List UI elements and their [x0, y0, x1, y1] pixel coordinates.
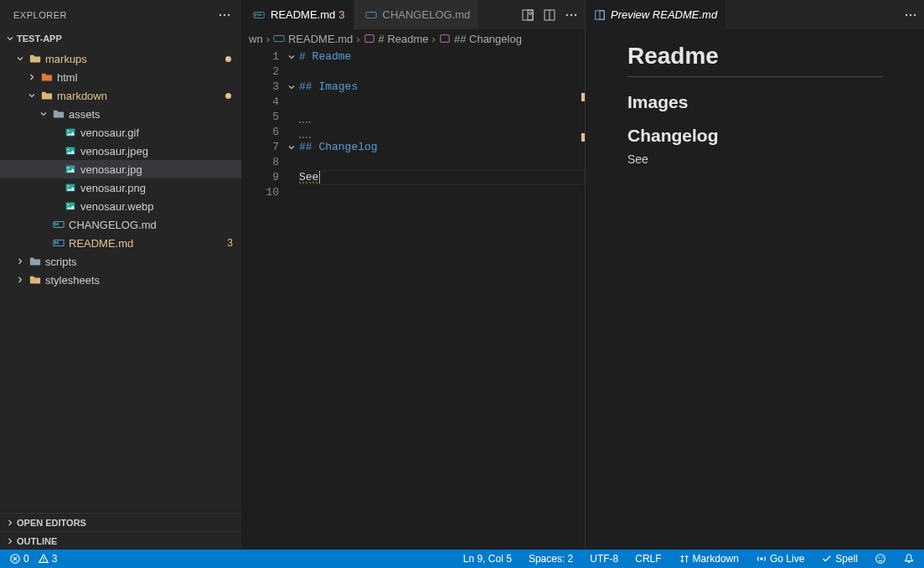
chevron-down-icon — [37, 107, 50, 121]
panel-open-editors[interactable]: OPEN EDITORS — [0, 513, 241, 531]
tree-label: venosaur.gif — [80, 127, 139, 139]
folder-md-icon — [40, 89, 54, 102]
tree-label: assets — [69, 108, 101, 121]
tree-file[interactable]: venosaur.jpg — [0, 160, 241, 178]
chevron-down-icon — [25, 89, 39, 102]
svg-point-39 — [881, 557, 882, 558]
status-cursor-position[interactable]: Ln 9, Col 5 — [461, 553, 514, 565]
panel-label: OPEN EDITORS — [17, 518, 86, 528]
folder-styles-icon — [28, 273, 42, 287]
status-feedback-icon[interactable] — [872, 553, 889, 565]
svg-point-36 — [760, 557, 763, 560]
status-bell-icon[interactable] — [901, 553, 917, 565]
preview-tabs: Preview README.md — [586, 0, 924, 29]
tree-folder[interactable]: html — [0, 68, 241, 86]
panel-outline[interactable]: OUTLINE — [0, 531, 241, 550]
tree-label: venosaur.jpg — [80, 163, 142, 176]
more-icon[interactable] — [214, 5, 235, 25]
tree-label: scripts — [45, 256, 77, 268]
status-warnings[interactable]: 3 — [35, 553, 60, 565]
explorer-sidebar: EXPLORER TEST-APP markupshtmlmarkdownass… — [0, 0, 242, 550]
tree-file[interactable]: venosaur.gif — [0, 123, 241, 142]
md-file-icon — [364, 8, 378, 22]
svg-point-31 — [910, 13, 911, 15]
preview-content: Readme Images Changelog See — [586, 29, 924, 550]
breadcrumb-item[interactable]: wn — [249, 33, 263, 45]
status-errors[interactable]: 0 — [7, 553, 32, 565]
tree-file[interactable]: venosaur.png — [0, 178, 241, 197]
tree-folder[interactable]: stylesheets — [0, 271, 241, 289]
svg-point-8 — [68, 167, 70, 168]
tree-file[interactable]: venosaur.jpeg — [0, 142, 241, 160]
tree-folder[interactable]: assets — [0, 105, 241, 123]
svg-point-23 — [570, 13, 572, 15]
svg-point-22 — [566, 13, 568, 15]
tree-badge: 3 — [227, 237, 233, 249]
tree-file[interactable]: CHANGELOG.md — [0, 215, 241, 234]
md-icon — [52, 218, 65, 231]
editor-actions — [514, 7, 585, 23]
tree-file[interactable]: README.md3 — [0, 234, 241, 252]
status-indentation[interactable]: Spaces: 2 — [526, 553, 576, 565]
sidebar-title: EXPLORER — [13, 10, 67, 20]
code-editor[interactable]: 12345678910 # Readme## Images ## Changel… — [242, 48, 585, 550]
tree-folder[interactable]: scripts — [0, 252, 241, 271]
overview-ruler[interactable] — [573, 48, 585, 550]
preview-h2: Images — [627, 92, 882, 112]
tree-label: stylesheets — [45, 274, 100, 287]
tree-label: venosaur.png — [80, 182, 146, 194]
tab-readme[interactable]: README.md 3 — [242, 0, 354, 29]
line-number-gutter: 12345678910 — [242, 48, 284, 550]
breadcrumb-item[interactable]: ## Changelog — [439, 33, 522, 45]
modified-dot-icon — [225, 93, 231, 99]
open-preview-side-icon[interactable] — [519, 7, 536, 23]
md-file-icon — [252, 8, 266, 22]
more-icon[interactable] — [563, 7, 580, 23]
fold-gutter — [284, 48, 299, 550]
tree-file[interactable]: venosaur.webp — [0, 197, 241, 215]
more-icon[interactable] — [902, 7, 919, 23]
image-icon — [64, 144, 77, 157]
sidebar-bottom-panels: OPEN EDITORS OUTLINE — [0, 512, 241, 550]
preview-pane: Preview README.md Readme Images Changelo… — [585, 0, 924, 550]
tab-label: README.md — [271, 8, 335, 21]
root-folder-name: TEST-APP — [17, 34, 62, 44]
tab-label: CHANGELOG.md — [383, 8, 471, 21]
status-eol[interactable]: CRLF — [632, 553, 663, 565]
status-go-live[interactable]: Go Live — [753, 553, 807, 565]
root-folder-header[interactable]: TEST-APP — [0, 29, 241, 48]
tab-changelog[interactable]: CHANGELOG.md — [354, 0, 480, 29]
status-encoding[interactable]: UTF-8 — [587, 553, 621, 565]
tab-badge: 3 — [338, 8, 344, 21]
editor-group-main: README.md 3 CHANGELOG.md wn › README.md … — [242, 0, 585, 550]
breadcrumb-item[interactable]: # Readme — [364, 33, 429, 45]
svg-rect-26 — [364, 35, 374, 43]
tree-folder[interactable]: markdown — [0, 86, 241, 105]
split-editor-icon[interactable] — [541, 7, 558, 23]
tree-label: markdown — [57, 90, 107, 102]
breadcrumbs[interactable]: wn › README.md › # Readme › ## Changelog — [242, 29, 585, 48]
svg-point-30 — [906, 13, 907, 15]
image-icon — [64, 199, 77, 213]
svg-point-4 — [68, 130, 70, 132]
svg-point-2 — [228, 13, 230, 15]
svg-point-12 — [68, 204, 70, 205]
svg-point-37 — [876, 555, 885, 564]
tree-folder[interactable]: markups — [0, 49, 241, 68]
svg-point-32 — [914, 13, 916, 15]
status-language[interactable]: Markdown — [676, 553, 741, 565]
tree-label: README.md — [69, 237, 133, 250]
editor-tabs: README.md 3 CHANGELOG.md — [242, 0, 585, 29]
tab-preview[interactable]: Preview README.md — [586, 0, 725, 29]
svg-point-38 — [879, 557, 880, 558]
folder-scripts-icon — [28, 255, 42, 268]
modified-dot-icon — [225, 56, 231, 62]
breadcrumb-item[interactable]: README.md — [273, 33, 353, 45]
svg-rect-27 — [441, 35, 450, 43]
status-spell[interactable]: Spell — [818, 553, 860, 565]
code-content[interactable]: # Readme## Images ## ChangelogSee — [299, 48, 585, 550]
chevron-down-icon — [3, 32, 17, 45]
preview-h2: Changelog — [627, 126, 882, 146]
file-tree: markupshtmlmarkdownassetsvenosaur.gifven… — [0, 48, 241, 512]
chevron-down-icon — [13, 52, 27, 65]
